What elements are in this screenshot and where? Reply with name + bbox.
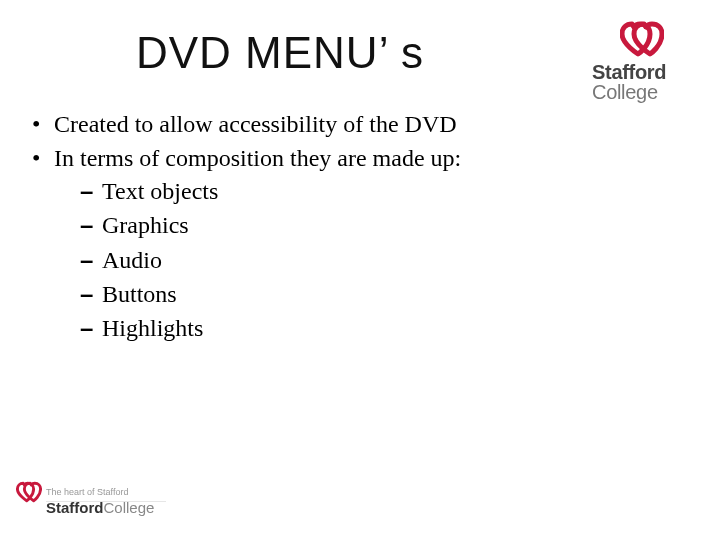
sub-bullet-item: Buttons <box>80 278 568 310</box>
logo-footer: The heart of Stafford StaffordCollege <box>10 487 210 516</box>
slide-title: DVD MENU’ s <box>0 28 560 78</box>
bullet-text: Created to allow accessibility of the DV… <box>54 111 457 137</box>
sub-bullet-text: Text objects <box>102 178 218 204</box>
heart-icon <box>620 20 664 62</box>
sub-bullet-text: Highlights <box>102 315 203 341</box>
logo-tagline: The heart of Stafford <box>46 487 210 497</box>
logo-top-right: Stafford College <box>592 22 692 102</box>
sub-bullet-text: Graphics <box>102 212 189 238</box>
sub-bullet-item: Audio <box>80 244 568 276</box>
bullet-text: In terms of composition they are made up… <box>54 145 461 171</box>
bullet-item: In terms of composition they are made up… <box>28 142 568 344</box>
logo-word-stafford: Stafford <box>592 62 692 82</box>
sub-bullet-text: Buttons <box>102 281 177 307</box>
slide-body: Created to allow accessibility of the DV… <box>28 108 568 347</box>
sub-bullet-text: Audio <box>102 247 162 273</box>
divider <box>46 501 166 502</box>
sub-bullet-item: Highlights <box>80 312 568 344</box>
sub-bullet-item: Graphics <box>80 209 568 241</box>
logo-word-college: College <box>592 82 692 102</box>
bullet-item: Created to allow accessibility of the DV… <box>28 108 568 140</box>
heart-icon <box>16 481 42 507</box>
slide: DVD MENU’ s Created to allow accessibili… <box>0 0 720 540</box>
sub-bullet-item: Text objects <box>80 175 568 207</box>
